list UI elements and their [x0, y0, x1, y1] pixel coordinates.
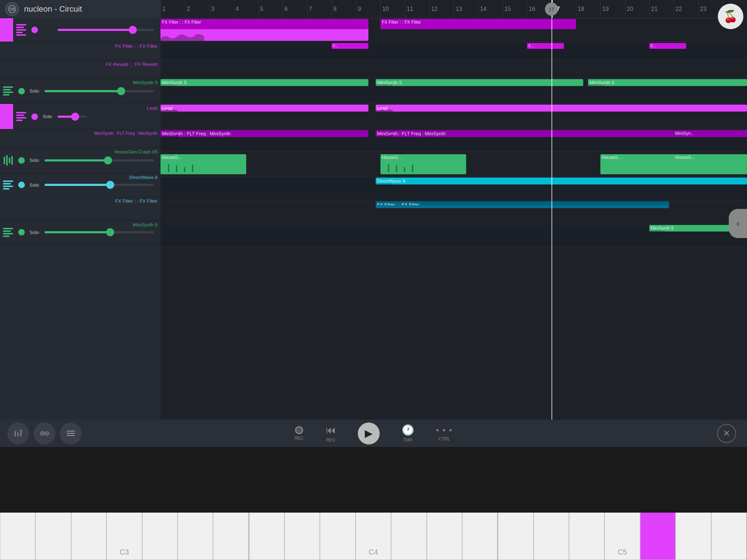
mute-button[interactable] [31, 27, 38, 33]
clip-block[interactable]: DirectWave 8 [376, 178, 747, 184]
measure-14: 14 [478, 0, 503, 18]
measure-3: 3 [209, 0, 234, 18]
clip-block[interactable]: MiniSyn... [674, 130, 747, 137]
timeline-track-10[interactable]: MiniSynth 9 [160, 224, 747, 248]
mute-button[interactable] [18, 182, 25, 188]
volume-slider[interactable] [44, 231, 154, 233]
volume-slider[interactable] [58, 29, 154, 31]
track-row [0, 18, 160, 42]
timeline-track-8[interactable]: DirectWave 8 [160, 177, 747, 201]
midi-icon [3, 153, 15, 167]
timeline-track-3[interactable] [160, 60, 747, 78]
svg-rect-6 [15, 432, 16, 436]
tmp-button[interactable]: 🕐 TMP [391, 424, 425, 443]
playlist-button[interactable] [60, 423, 82, 444]
measure-22: 22 [674, 0, 698, 18]
solo-button[interactable]: Solo [28, 88, 41, 94]
measure-11: 11 [405, 0, 429, 18]
measure-21: 21 [649, 0, 674, 18]
clip-block[interactable]: MiniSynth 5 [160, 79, 368, 86]
mute-button[interactable] [18, 88, 25, 94]
timeline-track-2[interactable]: F... F... F... [160, 42, 747, 60]
app-logo[interactable]: CH [5, 2, 19, 16]
collapse-button[interactable]: ‹ [729, 209, 747, 238]
measure-15: 15 [503, 0, 527, 18]
mute-button[interactable] [18, 157, 25, 164]
rec-button[interactable]: REC [283, 426, 314, 441]
track-color-indicator [0, 18, 13, 42]
volume-slider[interactable] [58, 116, 87, 118]
playhead-number: 17 [545, 3, 558, 16]
measure-numbers: 1 2 3 4 5 6 7 8 9 10 11 12 13 14 15 16 1… [160, 0, 747, 18]
ctrl-label: CTRL [439, 436, 450, 442]
clip-block[interactable]: HouseG... [380, 154, 466, 174]
play-button[interactable]: ▶ [347, 423, 391, 444]
measure-9: 9 [356, 0, 380, 18]
fl-logo[interactable]: 🍒 [718, 4, 743, 29]
close-transport-button[interactable]: ✕ [717, 424, 736, 443]
solo-button[interactable]: Solo [41, 114, 54, 119]
rec-label: REC [294, 436, 303, 441]
playhead[interactable]: 17 [551, 0, 553, 18]
track-color-indicator [0, 104, 13, 129]
timeline-track-4[interactable]: MiniSynth 5 MiniSynth 5 MiniSynth 5 [160, 78, 747, 104]
solo-button[interactable]: Solo [28, 182, 41, 188]
measure-19: 19 [600, 0, 625, 18]
svg-rect-2 [4, 157, 5, 164]
clip-block[interactable]: MiniSynth 5 [376, 79, 584, 86]
volume-slider[interactable] [44, 90, 154, 92]
track-label: FX Reverb : : FX Reverb [106, 62, 158, 67]
track-row: Solo DirectWave 8 [0, 173, 160, 197]
svg-text:CH: CH [9, 7, 15, 11]
piano-keyboard[interactable]: .piano-octave-wrapper { display: flex; f… [0, 447, 747, 560]
track-label: Lead [147, 105, 158, 111]
clip-block[interactable]: FX Filter : : FX Filter [160, 19, 368, 29]
key-as5[interactable] [642, 447, 747, 513]
volume-slider[interactable] [44, 184, 154, 186]
clip-block[interactable]: FX Filter : : FX Filter [380, 19, 576, 29]
measure-6: 6 [283, 0, 307, 18]
measure-12: 12 [429, 0, 454, 18]
mixer-button[interactable] [7, 423, 29, 444]
track-row: Solo HouseGen Crash 05 [0, 148, 160, 173]
track-label: MiniSynth : FLT Freq : MiniSynth [94, 131, 158, 136]
transport-bar: REC ⏮ REV ▶ 🕐 TMP • • • CTRL ✕ [0, 420, 747, 447]
timeline-track-6[interactable]: MiniSynth : FLT Freq : MiniSynth MiniSyn… [160, 129, 747, 151]
volume-slider[interactable] [44, 159, 154, 162]
clip-block[interactable]: MiniSynth : FLT Freq : MiniSynth [160, 130, 368, 137]
clip-block-lead-2[interactable]: Lead [376, 105, 747, 112]
svg-rect-24 [67, 435, 75, 436]
midi-icon [3, 225, 15, 239]
svg-rect-5 [11, 156, 13, 165]
octave-c5[interactable]: C5 [498, 447, 747, 560]
clip-block[interactable]: FX Filter : : FX Filter [376, 201, 669, 208]
ctrl-button[interactable]: • • • CTRL [425, 425, 464, 442]
clip-block[interactable]: HouseG... [600, 154, 686, 174]
rev-button[interactable]: ⏮ REV [315, 424, 347, 443]
track-label: FX Filter : : FX Filter [115, 43, 158, 49]
eq-button[interactable] [34, 423, 55, 444]
clip-block[interactable]: F... [649, 43, 686, 49]
timeline-track-lead[interactable]: Lead Lead [160, 104, 747, 129]
app-title: nucleon - Circuit [24, 4, 82, 14]
solo-button[interactable]: Solo [28, 230, 41, 235]
mute-button[interactable] [31, 113, 38, 120]
svg-rect-23 [67, 433, 75, 434]
timeline-track-1[interactable]: FX Filter : : FX Filter FX Filter : : FX… [160, 18, 747, 42]
measure-7: 7 [307, 0, 332, 18]
timeline-track-7[interactable]: HouseG... HouseG... HouseG... HouseG... [160, 151, 747, 177]
clip-block[interactable]: HouseG... [160, 154, 246, 174]
solo-button[interactable]: Solo [28, 158, 41, 163]
clip-block[interactable]: F... [332, 43, 368, 49]
timeline-header: 1 2 3 4 5 6 7 8 9 10 11 12 13 14 15 16 1… [160, 0, 747, 18]
svg-rect-4 [9, 158, 10, 163]
track-label: DirectWave 8 [129, 175, 158, 180]
clip-block-lead-1[interactable]: Lead [160, 105, 368, 112]
tracks-content: FX Filter : : FX Filter FX Filter : : FX… [160, 18, 747, 447]
clip-block[interactable]: F... [527, 43, 564, 49]
timeline-track-9[interactable]: FX Filter : : FX Filter [160, 201, 747, 224]
midi-icon [3, 84, 15, 98]
mute-button[interactable] [18, 229, 25, 236]
clip-block[interactable]: HouseG... [674, 154, 747, 174]
clip-block[interactable]: MiniSynth 5 [588, 79, 747, 86]
